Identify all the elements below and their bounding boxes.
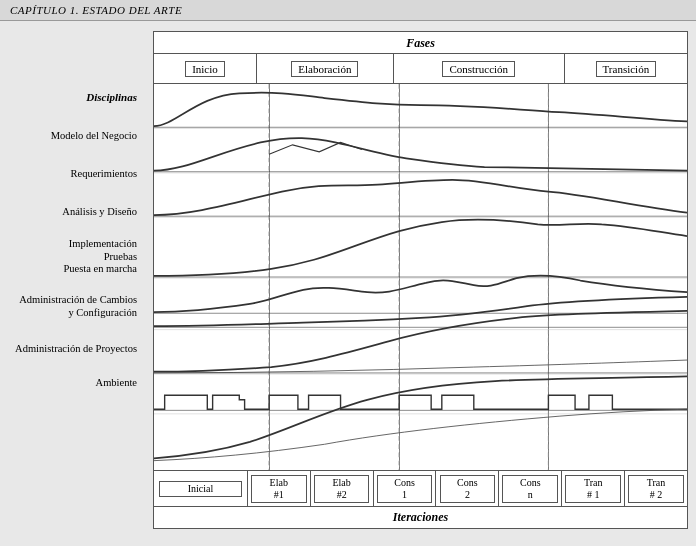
iter-tran1: Tran# 1 [562, 471, 625, 506]
iter-consn: Consn [499, 471, 562, 506]
iterations-row: Inicial Elab#1 Elab#2 Cons1 Cons2 Consn … [154, 470, 687, 506]
iter-box-tran1: Tran# 1 [565, 475, 621, 503]
header-text: CAPÍTULO 1. ESTADO DEL ARTE [10, 4, 182, 16]
iter-elab2: Elab#2 [311, 471, 374, 506]
iter-box-elab1: Elab#1 [251, 475, 307, 503]
phase-construccion: Construcción [394, 54, 565, 83]
fases-title: Fases [406, 36, 435, 50]
iter-box-consn: Consn [502, 475, 558, 503]
iterations-label: Iteraciones [154, 506, 687, 528]
disciplines-curves [154, 84, 687, 470]
iter-box-cons2: Cons2 [440, 475, 496, 503]
discipline-label-4: Pruebas [104, 251, 145, 264]
iter-cons1: Cons1 [374, 471, 437, 506]
phase-elaboracion: Elaboración [257, 54, 394, 83]
discipline-label-7: Administración de Proyectos [15, 343, 145, 356]
chapter-header: CAPÍTULO 1. ESTADO DEL ARTE [0, 0, 696, 21]
discipline-label-8: Ambiente [96, 377, 145, 390]
iter-box-elab2: Elab#2 [314, 475, 370, 503]
chart-area: Fases Inicio Elaboración Construcción Tr… [153, 31, 688, 529]
iter-elab1: Elab#1 [248, 471, 311, 506]
phase-transicion: Transición [565, 54, 687, 83]
discipline-label-3: Implementación [69, 238, 145, 251]
iteraciones-text: Iteraciones [393, 510, 448, 524]
curves-area [154, 84, 687, 470]
discipline-label-0: Modelo del Negocio [51, 130, 145, 143]
phase-box-transicion: Transición [596, 61, 657, 77]
iter-inicial: Inicial [154, 471, 248, 506]
disciplines-column: Disciplinas Modelo del Negocio Requerimi… [8, 31, 153, 529]
iter-box-tran2: Tran# 2 [628, 475, 684, 503]
discipline-label-2: Análisis y Diseño [62, 206, 145, 219]
phase-box-inicio: Inicio [185, 61, 225, 77]
discipline-label-6a: Administración de Cambios [19, 294, 145, 307]
iter-cons2: Cons2 [436, 471, 499, 506]
discipline-label-6b: y Configuración [68, 307, 145, 320]
iter-box-cons1: Cons1 [377, 475, 433, 503]
iter-tran2: Tran# 2 [625, 471, 687, 506]
discipline-label-5: Puesta en marcha [64, 263, 145, 276]
disciplines-title: Disciplinas [86, 91, 145, 104]
main-container: Disciplinas Modelo del Negocio Requerimi… [0, 21, 696, 539]
discipline-label-1: Requerimientos [71, 168, 146, 181]
phases-header: Fases [154, 32, 687, 54]
phase-box-construccion: Construcción [442, 61, 515, 77]
phase-box-elaboracion: Elaboración [291, 61, 358, 77]
phases-row: Inicio Elaboración Construcción Transici… [154, 54, 687, 84]
iter-box-inicial: Inicial [159, 481, 243, 497]
phase-inicio: Inicio [154, 54, 257, 83]
